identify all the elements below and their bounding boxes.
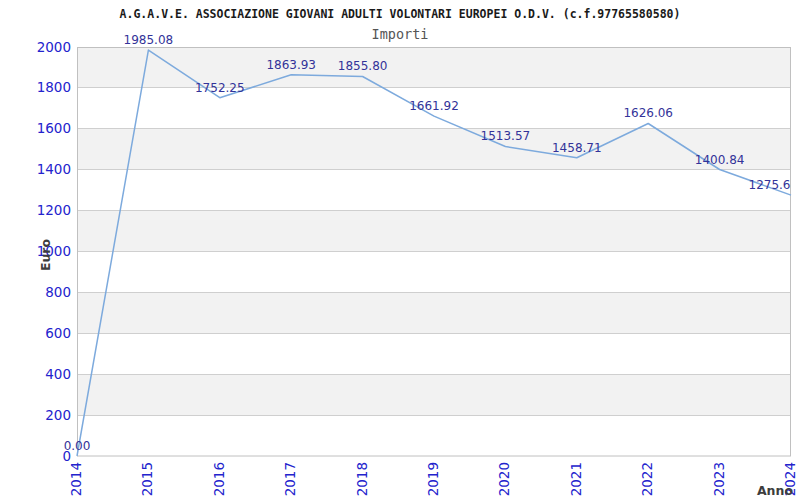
y-tick-label: 2000 bbox=[37, 39, 71, 55]
plot-band bbox=[77, 47, 791, 88]
x-tick-label: 2018 bbox=[354, 462, 370, 496]
data-point-label: 1400.84 bbox=[695, 153, 745, 167]
data-point-label: 1458.71 bbox=[552, 141, 602, 155]
x-tick-label: 2016 bbox=[211, 462, 227, 496]
data-point-label: 1863.93 bbox=[266, 58, 316, 72]
data-point-label: 1513.57 bbox=[481, 129, 531, 143]
y-tick-label: 1200 bbox=[37, 202, 71, 218]
x-tick-label: 2020 bbox=[496, 462, 512, 496]
y-tick-label: 1400 bbox=[37, 161, 71, 177]
data-point-label: 1855.80 bbox=[338, 59, 388, 73]
plot-band bbox=[77, 374, 791, 415]
x-tick-label: 2023 bbox=[711, 462, 727, 496]
y-tick-label: 200 bbox=[45, 407, 71, 423]
y-tick-label: 1800 bbox=[37, 79, 71, 95]
x-axis-title: Anno bbox=[757, 483, 793, 498]
y-tick-label: 800 bbox=[45, 284, 71, 300]
x-tick-label: 2017 bbox=[282, 462, 298, 496]
y-tick-label: 600 bbox=[45, 325, 71, 341]
data-point-label: 1985.08 bbox=[124, 33, 174, 47]
y-axis-title: Euro bbox=[38, 238, 53, 271]
y-tick-label: 400 bbox=[45, 366, 71, 382]
plot-band bbox=[77, 129, 791, 170]
plot-band bbox=[77, 211, 791, 252]
data-point-label: 1661.92 bbox=[409, 99, 459, 113]
x-tick-label: 2022 bbox=[639, 462, 655, 496]
x-tick-label: 2021 bbox=[568, 462, 584, 496]
x-tick-label: 2015 bbox=[139, 462, 155, 496]
data-point-label: 1626.06 bbox=[623, 106, 673, 120]
data-point-label: 1752.25 bbox=[195, 81, 245, 95]
importi-line-chart: 0200400600800100012001400160018002000 20… bbox=[0, 0, 800, 500]
data-point-label: 0.00 bbox=[64, 439, 91, 453]
data-point-label: 1275.6 bbox=[749, 178, 791, 192]
x-tick-label: 2019 bbox=[425, 462, 441, 496]
x-axis-tick-labels: 2014201520162017201820192020202120222023… bbox=[68, 462, 798, 496]
x-tick-label: 2014 bbox=[68, 462, 84, 496]
plot-band bbox=[77, 292, 791, 333]
chart-page: A.G.A.V.E. ASSOCIAZIONE GIOVANI ADULTI V… bbox=[0, 0, 800, 500]
y-tick-label: 1600 bbox=[37, 120, 71, 136]
